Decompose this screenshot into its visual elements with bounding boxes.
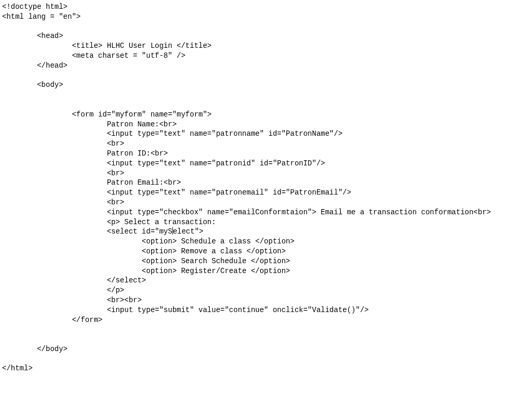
code-line: <br>: [2, 139, 124, 148]
code-line: </html>: [2, 364, 33, 372]
code-line: <br><br>: [2, 296, 142, 304]
code-line: <select id="mySelect">: [2, 227, 203, 236]
code-line: Patron Email:<br>: [2, 178, 181, 187]
code-line: <br>: [2, 169, 124, 177]
code-block: <!doctype html> <html lang = "en"> <head…: [0, 0, 532, 373]
code-line: <meta charset = "utf-8" />: [2, 51, 185, 60]
code-line: </p>: [2, 286, 124, 294]
code-line: <title> HLHC User Login </title>: [2, 42, 211, 50]
code-line: <head>: [2, 32, 63, 40]
code-line: <html lang = "en">: [2, 12, 81, 21]
code-line: <!doctype html>: [2, 3, 68, 11]
code-line: </select>: [2, 276, 146, 284]
code-line: Patron Name:<br>: [2, 120, 177, 128]
code-line: <input type="checkbox" name="emailConfor…: [2, 208, 491, 216]
code-line: Patron ID:<br>: [2, 149, 168, 158]
code-line: <input type="text" name="patronid" id="P…: [2, 159, 325, 167]
code-line: <option> Register/Create </option>: [2, 267, 290, 275]
code-line: </form>: [2, 316, 102, 324]
code-line: <input type="text" name="patronemail" id…: [2, 188, 351, 197]
code-line: </body>: [2, 345, 68, 353]
code-line: <body>: [2, 81, 63, 89]
code-line: </head>: [2, 61, 68, 70]
code-line: <option> Remove a class </option>: [2, 247, 286, 255]
code-line: <input type="submit" value="continue" on…: [2, 306, 369, 314]
code-line: <form id="myform" name="myform">: [2, 110, 211, 119]
code-line: <br>: [2, 198, 124, 206]
code-line: <input type="text" name="patronname" id=…: [2, 130, 342, 138]
code-line: <option> Search Schedule </option>: [2, 257, 290, 265]
code-line: <option> Schedule a class </option>: [2, 237, 295, 245]
code-line: <p> Select a transaction:: [2, 218, 216, 226]
